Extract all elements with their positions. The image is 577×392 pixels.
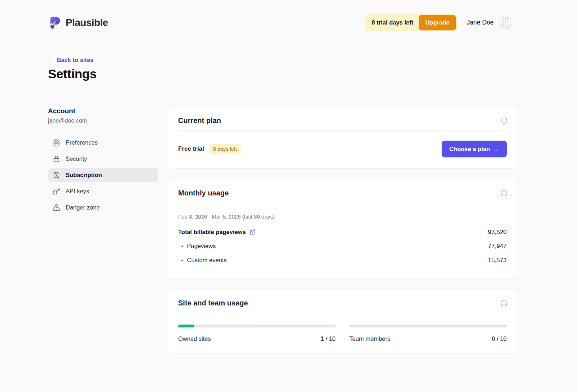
warning-icon xyxy=(53,204,60,211)
bullet-dot xyxy=(181,246,183,247)
plausible-logo[interactable]: Plausible xyxy=(48,16,108,30)
header-actions: 8 trial days left Upgrade Jane Doe xyxy=(365,14,512,31)
external-link-icon[interactable] xyxy=(250,229,256,235)
progress-fill xyxy=(178,325,194,327)
owned-sites-meter: Owned sites 1 / 10 xyxy=(178,325,336,342)
team-members-count: 0 / 10 xyxy=(492,335,507,342)
team-members-meter: Team members 0 / 10 xyxy=(349,325,507,342)
sidebar-item-danger-zone[interactable]: Danger zone xyxy=(48,201,158,215)
settings-sidebar: Account jane@doe.com Preferences Securit… xyxy=(48,107,158,215)
sidebar-item-preferences[interactable]: Preferences xyxy=(48,136,158,150)
progress-track xyxy=(178,325,336,327)
gear-icon xyxy=(53,139,60,146)
avatar[interactable] xyxy=(498,16,512,30)
sidebar-item-api-keys[interactable]: API keys xyxy=(48,184,158,198)
user-menu[interactable]: Jane Doe xyxy=(467,16,512,30)
usage-period: Feb 3, 2026 - Mar 5, 2026 (last 30 days) xyxy=(178,213,507,220)
plausible-logo-icon xyxy=(48,16,62,30)
sidebar-item-label: Security xyxy=(66,155,87,162)
plan-name: Free trial xyxy=(178,145,204,153)
trial-banner: 8 trial days left Upgrade xyxy=(365,14,457,31)
total-billable-value: 93,520 xyxy=(488,229,507,236)
team-members-label: Team members xyxy=(349,335,391,342)
upgrade-button[interactable]: Upgrade xyxy=(419,15,456,30)
total-billable-label: Total billable pageviews xyxy=(178,229,246,235)
sidebar-item-label: Preferences xyxy=(66,139,98,146)
info-icon[interactable] xyxy=(501,117,507,124)
custom-events-label: Custom events xyxy=(187,257,227,264)
current-plan-card: Current plan Free trial 8 days left Choo… xyxy=(168,107,517,168)
sidebar-item-subscription[interactable]: $ Subscription xyxy=(48,168,158,182)
key-icon xyxy=(53,188,60,195)
sidebar-item-label: API keys xyxy=(66,188,89,195)
site-team-usage-title: Site and team usage xyxy=(178,299,248,307)
days-left-badge: 8 days left xyxy=(209,144,241,154)
total-billable-row: Total billable pageviews 93,520 xyxy=(178,225,507,239)
pageviews-value: 77,947 xyxy=(488,243,507,250)
brand-wordmark: Plausible xyxy=(66,17,108,28)
arrow-right-icon: → xyxy=(493,146,499,153)
subscription-icon: $ xyxy=(53,171,60,179)
trial-days-text: 8 trial days left xyxy=(372,19,414,26)
lock-icon xyxy=(53,155,60,163)
choose-plan-button[interactable]: Choose a plan → xyxy=(442,141,507,157)
bullet-dot xyxy=(181,260,183,261)
monthly-usage-card: Monthly usage Feb 3, 2026 - Mar 5, 2026 … xyxy=(168,180,517,278)
sidebar-item-security[interactable]: Security xyxy=(48,152,158,166)
owned-sites-count: 1 / 10 xyxy=(321,335,335,342)
user-name: Jane Doe xyxy=(467,19,494,26)
custom-events-row: Custom events 15,573 xyxy=(178,253,507,267)
pageviews-row: Pageviews 77,947 xyxy=(178,239,507,253)
custom-events-value: 15,573 xyxy=(488,257,507,264)
site-team-usage-card: Site and team usage Owned sites 1 / 10 xyxy=(168,290,517,353)
current-plan-title: Current plan xyxy=(178,116,221,125)
svg-text:$: $ xyxy=(56,173,57,177)
owned-sites-label: Owned sites xyxy=(178,335,211,342)
choose-plan-label: Choose a plan xyxy=(449,146,490,153)
account-email: jane@doe.com xyxy=(48,118,158,124)
page-title: Settings xyxy=(48,67,517,81)
sidebar-item-label: Danger zone xyxy=(66,204,100,211)
monthly-usage-title: Monthly usage xyxy=(178,189,229,197)
info-icon[interactable] xyxy=(501,190,507,197)
title-divider xyxy=(48,92,517,92)
top-header: Plausible 8 trial days left Upgrade Jane… xyxy=(0,0,577,31)
sidebar-section-title: Account xyxy=(48,107,158,115)
back-to-sites-link[interactable]: ← Back to sites xyxy=(48,57,93,63)
back-link-label: Back to sites xyxy=(57,57,94,63)
back-arrow-icon: ← xyxy=(48,57,54,63)
info-icon[interactable] xyxy=(501,300,507,307)
sidebar-item-label: Subscription xyxy=(66,172,102,179)
sidebar-nav: Preferences Security $ xyxy=(48,136,158,215)
progress-track xyxy=(349,325,507,327)
settings-main: Current plan Free trial 8 days left Choo… xyxy=(168,107,517,353)
pageviews-label: Pageviews xyxy=(187,243,216,250)
settings-page: ← Back to sites Settings Account jane@do… xyxy=(48,57,517,353)
